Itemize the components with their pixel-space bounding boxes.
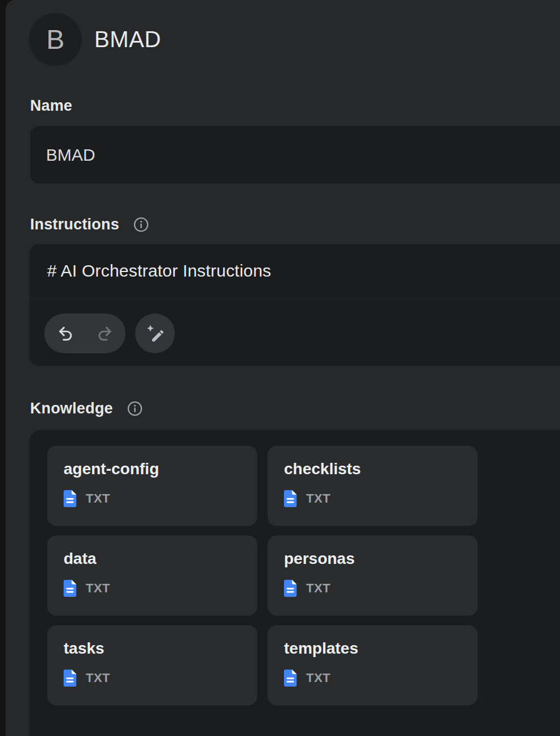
- editor-toolbar: [44, 313, 175, 353]
- name-input[interactable]: BMAD: [30, 126, 560, 183]
- magic-rewrite-pen-spark-icon: [145, 324, 165, 343]
- blue-document-icon: [64, 670, 77, 687]
- file-card-data[interactable]: data TXT: [47, 536, 257, 616]
- instructions-label-row: Instructions: [30, 215, 149, 233]
- file-card-checklists[interactable]: checklists TXT: [268, 446, 478, 526]
- avatar: B: [29, 13, 82, 66]
- name-label-row: Name: [30, 97, 72, 115]
- file-meta: TXT: [64, 670, 110, 687]
- blue-document-icon: [64, 490, 77, 507]
- file-name: agent-config: [64, 459, 159, 479]
- file-type-badge: TXT: [306, 491, 331, 506]
- file-card-tasks[interactable]: tasks TXT: [47, 625, 257, 705]
- file-name: personas: [284, 549, 355, 568]
- blue-document-icon: [64, 580, 77, 597]
- info-icon[interactable]: [133, 216, 149, 233]
- blue-document-icon: [284, 670, 297, 687]
- file-meta: TXT: [284, 580, 331, 597]
- undo-icon[interactable]: [57, 325, 74, 342]
- editor-divider: [30, 298, 560, 299]
- page-title: BMAD: [94, 27, 161, 52]
- file-name: tasks: [64, 639, 105, 658]
- undo-redo-group: [44, 313, 126, 353]
- file-type-badge: TXT: [86, 581, 110, 596]
- instructions-label: Instructions: [30, 215, 119, 233]
- file-meta: TXT: [284, 670, 331, 687]
- file-meta: TXT: [64, 490, 110, 507]
- avatar-letter: B: [46, 24, 64, 55]
- info-icon[interactable]: [127, 400, 143, 417]
- file-type-badge: TXT: [86, 671, 110, 685]
- knowledge-label: Knowledge: [30, 399, 113, 417]
- file-type-badge: TXT: [306, 581, 331, 596]
- file-type-badge: TXT: [86, 491, 110, 506]
- file-type-badge: TXT: [306, 671, 331, 685]
- file-meta: TXT: [284, 490, 331, 507]
- magic-rewrite-button[interactable]: [135, 313, 175, 353]
- knowledge-label-row: Knowledge: [30, 399, 143, 417]
- name-input-value: BMAD: [46, 145, 95, 165]
- name-label: Name: [30, 97, 72, 115]
- knowledge-file-grid: agent-config TXT checklists TXT data TXT: [47, 446, 560, 705]
- file-card-personas[interactable]: personas TXT: [268, 536, 478, 616]
- file-name: data: [64, 549, 97, 568]
- file-card-agent-config[interactable]: agent-config TXT: [47, 446, 257, 526]
- file-meta: TXT: [64, 580, 110, 597]
- file-name: templates: [284, 639, 358, 658]
- instructions-editor[interactable]: # AI Orchestrator Instructions: [30, 244, 560, 366]
- redo-icon[interactable]: [96, 325, 114, 342]
- file-card-templates[interactable]: templates TXT: [268, 625, 478, 705]
- knowledge-container: agent-config TXT checklists TXT data TXT: [30, 430, 560, 736]
- gem-header: B BMAD: [29, 13, 161, 66]
- blue-document-icon: [284, 490, 297, 507]
- gem-editor-panel: B BMAD Name BMAD Instructions # AI Orche…: [6, 0, 560, 736]
- blue-document-icon: [284, 580, 297, 597]
- file-name: checklists: [284, 459, 361, 479]
- instructions-text[interactable]: # AI Orchestrator Instructions: [47, 261, 271, 281]
